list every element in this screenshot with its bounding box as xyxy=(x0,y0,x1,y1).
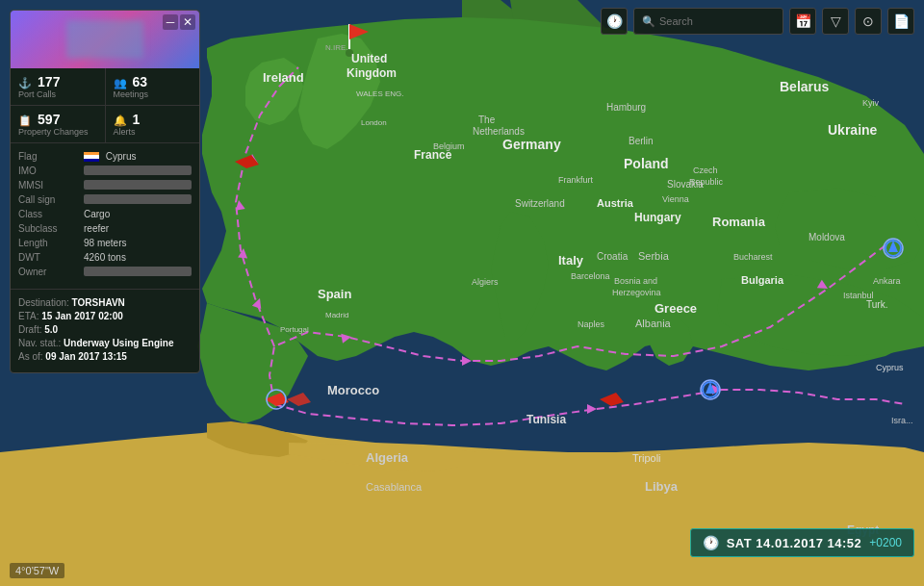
destination-value: TORSHAVN xyxy=(72,297,125,308)
svg-text:Hamburg: Hamburg xyxy=(606,102,646,113)
eta-value: 15 Jan 2017 02:00 xyxy=(41,311,123,321)
eta-label: ETA: xyxy=(18,311,38,321)
class-label: Class xyxy=(18,209,84,219)
draft-label: Draft: xyxy=(18,324,41,335)
length-label: Length xyxy=(18,238,84,248)
flag-value: Cyprus xyxy=(84,151,192,162)
search-box[interactable]: 🔍 xyxy=(633,8,783,35)
alerts-value: 1 xyxy=(133,112,141,127)
minimize-button[interactable]: ─ xyxy=(163,14,178,30)
asof-value: 09 Jan 2017 13:15 xyxy=(45,351,127,362)
svg-text:London: London xyxy=(361,118,387,127)
svg-text:Portugal: Portugal xyxy=(280,325,309,334)
voyage-info-panel: Destination: TORSHAVN ETA: 15 Jan 2017 0… xyxy=(11,290,199,372)
svg-text:Tunisia: Tunisia xyxy=(526,413,566,426)
vessel-info-panel: ─ ✕ ⚓ 177 Port Calls 👥 63 Meetings 📋 597 xyxy=(10,10,200,373)
svg-text:Romania: Romania xyxy=(712,215,766,229)
vessel-header: ─ ✕ xyxy=(11,11,199,68)
timezone-display: +0200 xyxy=(869,536,902,549)
svg-text:Cyprus: Cyprus xyxy=(876,363,904,372)
svg-text:Bucharest: Bucharest xyxy=(733,252,773,262)
close-button[interactable]: ✕ xyxy=(180,14,195,30)
svg-text:Vienna: Vienna xyxy=(662,194,689,204)
meetings-stat: 👥 63 Meetings xyxy=(106,68,200,105)
svg-text:Spain: Spain xyxy=(318,287,351,301)
property-changes-label: Property Changes xyxy=(18,127,97,137)
menu-button[interactable]: ⊙ xyxy=(855,8,882,35)
subclass-row: Subclass reefer xyxy=(18,223,192,234)
navstat-value: Underway Using Engine xyxy=(64,338,173,348)
menu-icon: ⊙ xyxy=(862,13,874,29)
svg-text:Ankara: Ankara xyxy=(873,276,901,286)
svg-text:Belarus: Belarus xyxy=(780,79,830,94)
navstat-label: Nav. stat.: xyxy=(18,338,61,348)
svg-text:Tripoli: Tripoli xyxy=(632,452,661,464)
asof-label: As of: xyxy=(18,351,43,362)
callsign-value xyxy=(84,194,192,204)
stats-row-1: ⚓ 177 Port Calls 👥 63 Meetings xyxy=(11,68,199,106)
search-icon: 🔍 xyxy=(642,15,655,28)
stats-row-2: 📋 597 Property Changes 🔔 1 Alerts xyxy=(11,106,199,143)
layers-icon: 📄 xyxy=(893,13,910,29)
svg-text:Turk.: Turk. xyxy=(866,299,887,310)
svg-text:Naples: Naples xyxy=(578,319,605,329)
svg-text:Serbia: Serbia xyxy=(638,250,670,262)
calendar-icon: 📅 xyxy=(795,13,811,29)
mmsi-value xyxy=(84,180,192,190)
svg-text:Austria: Austria xyxy=(597,197,634,209)
svg-text:Kingdom: Kingdom xyxy=(346,66,397,80)
owner-label: Owner xyxy=(18,267,84,277)
meetings-label: Meetings xyxy=(114,89,192,99)
svg-text:Frankfurt: Frankfurt xyxy=(558,175,594,185)
meetings-icon: 👥 xyxy=(114,77,127,89)
calendar-button[interactable]: 📅 xyxy=(789,8,816,35)
svg-text:Greece: Greece xyxy=(654,301,697,316)
search-input[interactable] xyxy=(659,15,775,27)
ireland-label: Ireland xyxy=(263,70,304,85)
length-row: Length 98 meters xyxy=(18,238,192,248)
top-toolbar: 🕐 🔍 📅 ▽ ⊙ 📄 xyxy=(601,8,914,35)
subclass-label: Subclass xyxy=(18,223,84,234)
svg-text:Italy: Italy xyxy=(558,253,584,268)
datetime-display: SAT 14.01.2017 14:52 xyxy=(727,536,862,550)
imo-row: IMO xyxy=(18,166,192,176)
callsign-row: Call sign xyxy=(18,194,192,205)
property-changes-stat: 📋 597 Property Changes xyxy=(11,106,106,142)
owner-row: Owner xyxy=(18,267,192,277)
mmsi-label: MMSI xyxy=(18,180,84,191)
svg-text:Barcelona: Barcelona xyxy=(571,271,610,281)
svg-text:Bulgaria: Bulgaria xyxy=(741,274,784,286)
svg-text:Madrid: Madrid xyxy=(325,311,348,319)
callsign-label: Call sign xyxy=(18,194,84,205)
class-row: Class Cargo xyxy=(18,209,192,219)
flag-label: Flag xyxy=(18,151,84,162)
svg-text:Switzerland: Switzerland xyxy=(515,198,565,209)
asof-row: As of: 09 Jan 2017 13:15 xyxy=(18,351,192,362)
svg-text:Netherlands: Netherlands xyxy=(473,126,525,137)
svg-text:Libya: Libya xyxy=(645,479,679,494)
subclass-value: reefer xyxy=(84,223,192,234)
svg-text:Moldova: Moldova xyxy=(808,232,845,242)
svg-text:Algeria: Algeria xyxy=(366,450,409,465)
filter-icon: ▽ xyxy=(831,13,841,29)
alerts-stat: 🔔 1 Alerts xyxy=(106,106,200,142)
svg-text:Poland: Poland xyxy=(624,156,669,171)
layers-button[interactable]: 📄 xyxy=(887,8,914,35)
svg-text:Germany: Germany xyxy=(502,137,561,152)
svg-text:Croatia: Croatia xyxy=(597,251,629,262)
port-calls-label: Port Calls xyxy=(18,89,97,99)
time-filter-button[interactable]: 🕐 xyxy=(601,8,628,35)
owner-value xyxy=(84,267,192,276)
draft-value: 5.0 xyxy=(44,324,58,335)
filter-button[interactable]: ▽ xyxy=(822,8,849,35)
svg-text:Ukraine: Ukraine xyxy=(828,122,878,138)
svg-text:Casablanca: Casablanca xyxy=(366,481,423,493)
svg-text:Hungary: Hungary xyxy=(634,211,681,224)
alerts-label: Alerts xyxy=(114,127,192,137)
anchor-icon: ⚓ xyxy=(18,77,32,89)
clock-icon: 🕐 xyxy=(606,13,623,29)
time-badge: 🕐 SAT 14.01.2017 14:52 +0200 xyxy=(690,528,914,557)
imo-value xyxy=(84,166,192,175)
dwt-row: DWT 4260 tons xyxy=(18,252,192,263)
svg-text:ENG.: ENG. xyxy=(385,89,404,98)
